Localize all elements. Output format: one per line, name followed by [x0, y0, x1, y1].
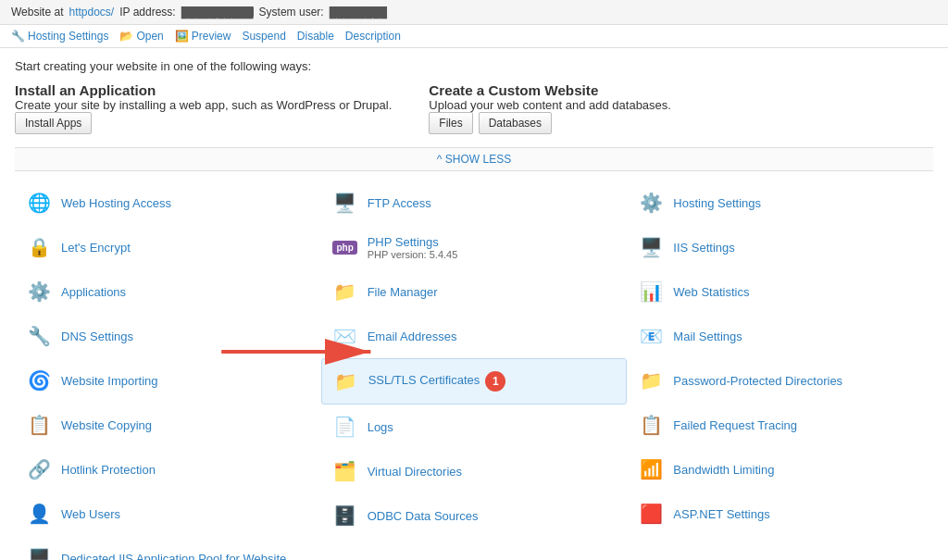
install-app-desc: Create your site by installing a web app…: [15, 98, 392, 112]
hosting-settings-label[interactable]: Hosting Settings: [673, 196, 761, 210]
custom-website-desc: Upload your web content and add database…: [429, 98, 671, 112]
applications-label[interactable]: Applications: [61, 285, 126, 299]
install-apps-button[interactable]: Install Apps: [15, 112, 92, 134]
icon-item-web-hosting-access[interactable]: 🌐Web Hosting Access: [15, 180, 321, 225]
suspend-link[interactable]: Suspend: [242, 30, 285, 43]
ssl-tls-icon: 📁: [331, 367, 361, 396]
hotlink-protection-icon: 🔗: [24, 454, 54, 484]
email-addresses-icon: ✉️: [331, 321, 360, 351]
dedicated-iis-label[interactable]: Dedicated IIS Application Pool for Websi…: [61, 552, 286, 561]
website-importing-icon: 🌀: [24, 366, 54, 395]
icon-item-logs[interactable]: 📄Logs: [321, 404, 628, 449]
hosting-settings-icon: ⚙️: [636, 188, 666, 218]
password-protected-icon: 📁: [636, 366, 666, 395]
icon-item-php-settings[interactable]: phpPHP SettingsPHP version: 5.4.45: [321, 225, 628, 269]
icon-item-failed-request[interactable]: 📋Failed Request Tracing: [627, 403, 933, 447]
php-settings-icon: php: [331, 232, 360, 262]
mail-settings-icon: 📧: [636, 321, 666, 351]
web-users-icon: 👤: [24, 499, 54, 529]
bandwidth-limiting-label[interactable]: Bandwidth Limiting: [673, 463, 774, 477]
website-importing-label[interactable]: Website Importing: [61, 374, 158, 388]
icon-item-mail-settings[interactable]: 📧Mail Settings: [627, 314, 933, 358]
password-protected-label[interactable]: Password-Protected Directories: [673, 374, 842, 388]
install-app-heading: Install an Application: [15, 82, 392, 98]
lets-encrypt-label[interactable]: Let's Encrypt: [61, 241, 131, 255]
failed-request-icon: 📋: [636, 410, 666, 440]
dedicated-iis-icon: 🖥️: [24, 543, 54, 560]
file-manager-label[interactable]: File Manager: [368, 285, 438, 299]
web-hosting-access-label[interactable]: Web Hosting Access: [61, 196, 171, 210]
icon-item-password-protected[interactable]: 📁Password-Protected Directories: [627, 358, 933, 403]
ssl-tls-label[interactable]: SSL/TLS Certificates1: [368, 373, 506, 387]
icon-item-email-addresses[interactable]: ✉️Email Addresses: [321, 314, 628, 358]
lets-encrypt-icon: 🔒: [24, 232, 54, 262]
icon-item-web-statistics[interactable]: 📊Web Statistics: [627, 269, 933, 314]
iis-settings-icon: 🖥️: [636, 232, 666, 262]
show-less-bar[interactable]: ^ SHOW LESS: [15, 147, 933, 171]
website-label: Website at: [11, 6, 63, 19]
aspnet-settings-icon: 🟥: [636, 499, 666, 529]
sysuser-label: System user:: [259, 6, 324, 19]
install-app-section: Install an Application Create your site …: [15, 82, 392, 134]
icon-item-hotlink-protection[interactable]: 🔗Hotlink Protection: [15, 447, 321, 492]
description-link[interactable]: Description: [345, 30, 401, 43]
odbc-icon: 🗄️: [331, 501, 360, 530]
hosting-icon: 🔧: [11, 30, 25, 43]
web-statistics-label[interactable]: Web Statistics: [673, 285, 749, 299]
annotation-badge: 1: [485, 371, 505, 392]
preview-link[interactable]: 🖼️ Preview: [175, 30, 231, 43]
ftp-access-label[interactable]: FTP Access: [368, 196, 431, 210]
email-addresses-label[interactable]: Email Addresses: [368, 330, 457, 343]
icons-grid: 🌐Web Hosting Access🔒Let's Encrypt⚙️Appli…: [15, 180, 933, 560]
logs-label[interactable]: Logs: [368, 420, 393, 434]
databases-button[interactable]: Databases: [479, 112, 552, 134]
icon-item-dedicated-iis[interactable]: 🖥️Dedicated IIS Application Pool for Web…: [15, 536, 321, 560]
icon-item-file-manager[interactable]: 📁File Manager: [321, 269, 628, 314]
files-button[interactable]: Files: [429, 112, 472, 134]
php-settings-subtext: PHP version: 5.4.45: [368, 249, 458, 260]
icon-item-web-users[interactable]: 👤Web Users: [15, 492, 321, 536]
ip-label: IP address:: [119, 6, 175, 19]
icon-item-website-importing[interactable]: 🌀Website Importing: [15, 358, 321, 403]
odbc-label[interactable]: ODBC Data Sources: [368, 509, 479, 523]
failed-request-label[interactable]: Failed Request Tracing: [673, 418, 797, 432]
httpdocs-link[interactable]: httpdocs/: [69, 6, 114, 19]
dns-settings-label[interactable]: DNS Settings: [61, 330, 133, 343]
website-copying-label[interactable]: Website Copying: [61, 418, 152, 432]
virtual-directories-icon: 🗂️: [331, 456, 360, 486]
icons-section: 🌐Web Hosting Access🔒Let's Encrypt⚙️Appli…: [15, 180, 933, 560]
icon-item-lets-encrypt[interactable]: 🔒Let's Encrypt: [15, 225, 321, 269]
icon-column-0: 🌐Web Hosting Access🔒Let's Encrypt⚙️Appli…: [15, 180, 321, 560]
icon-item-virtual-directories[interactable]: 🗂️Virtual Directories: [321, 449, 628, 493]
icon-item-dns-settings[interactable]: 🔧DNS Settings: [15, 314, 321, 358]
icon-item-ftp-access[interactable]: 🖥️FTP Access: [321, 180, 628, 225]
web-users-label[interactable]: Web Users: [61, 507, 120, 521]
web-statistics-icon: 📊: [636, 277, 666, 306]
hosting-settings-link[interactable]: 🔧 Hosting Settings: [11, 30, 108, 43]
icon-item-odbc[interactable]: 🗄️ODBC Data Sources: [321, 493, 628, 538]
icon-item-aspnet-settings[interactable]: 🟥ASP.NET Settings: [627, 492, 933, 536]
php-settings-label[interactable]: PHP Settings: [368, 235, 439, 249]
applications-icon: ⚙️: [24, 277, 54, 306]
open-icon: 📂: [119, 30, 133, 43]
custom-website-heading: Create a Custom Website: [429, 82, 671, 98]
icon-column-2: ⚙️Hosting Settings🖥️IIS Settings📊Web Sta…: [627, 180, 933, 560]
icon-item-applications[interactable]: ⚙️Applications: [15, 269, 321, 314]
mail-settings-label[interactable]: Mail Settings: [673, 330, 742, 343]
icon-item-website-copying[interactable]: 📋Website Copying: [15, 403, 321, 447]
file-manager-icon: 📁: [331, 277, 360, 306]
icon-item-bandwidth-limiting[interactable]: 📶Bandwidth Limiting: [627, 447, 933, 492]
disable-link[interactable]: Disable: [297, 30, 334, 43]
sysuser-value: ████████: [330, 6, 387, 18]
dns-settings-icon: 🔧: [24, 321, 54, 351]
icon-item-ssl-tls[interactable]: 📁SSL/TLS Certificates1: [321, 358, 628, 404]
open-link[interactable]: 📂 Open: [119, 30, 163, 43]
icon-item-iis-settings[interactable]: 🖥️IIS Settings: [627, 225, 933, 269]
aspnet-settings-label[interactable]: ASP.NET Settings: [673, 507, 769, 521]
hotlink-protection-label[interactable]: Hotlink Protection: [61, 463, 156, 477]
virtual-directories-label[interactable]: Virtual Directories: [368, 465, 462, 479]
intro-text: Start creating your website in one of th…: [15, 59, 933, 73]
icon-item-hosting-settings[interactable]: ⚙️Hosting Settings: [627, 180, 933, 225]
iis-settings-label[interactable]: IIS Settings: [673, 241, 734, 255]
bandwidth-limiting-icon: 📶: [636, 454, 666, 484]
